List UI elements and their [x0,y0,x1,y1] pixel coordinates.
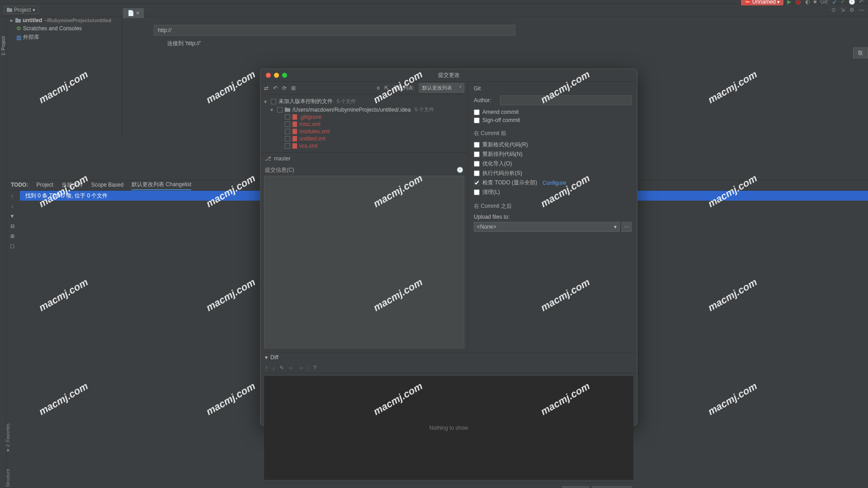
collapse-icon[interactable]: ⇲ [840,7,845,13]
analysis-checkbox[interactable] [474,170,480,176]
external-libs-node[interactable]: ▥ 外部库 [6,33,122,42]
filter-icon[interactable]: ▼ [9,213,16,221]
file-node[interactable]: misc.xml [264,121,464,128]
edit-icon[interactable]: ✎ [279,365,284,371]
changes-tree: ▾ 未加入版本控制的文件 5 个文件 ▾ /Users/macdown/Ruby… [260,94,468,152]
history-icon[interactable]: 🕘 [457,167,463,173]
run-icon[interactable]: ▶ [787,0,791,5]
chevron-down-icon: ▾ [614,224,617,230]
cancel-side-button[interactable]: 取 [853,47,868,58]
todo-checkbox[interactable] [474,180,480,186]
project-root[interactable]: ▸ untitled ~/RubymineProjects/untitled [6,16,122,24]
next-todo-icon[interactable]: ↓ [9,203,16,211]
git-history-icon[interactable]: 🕘 [849,0,855,5]
watermark: macmj.com [37,380,90,418]
folder-node[interactable]: ▾ /Users/macdown/RubymineProjects/untitl… [264,106,464,113]
checkbox[interactable] [271,99,276,104]
git-commit-icon[interactable]: ✓ [840,0,845,5]
git-revert-icon[interactable]: ↶ [859,0,863,5]
url-input[interactable] [154,25,515,36]
cleanup-checkbox[interactable] [474,189,480,195]
cancel-button[interactable]: 取消 [562,486,589,488]
configure-link[interactable]: Configure [542,180,566,186]
project-tool-tab[interactable]: 1: Project [1,36,6,55]
editor-tab[interactable]: 📄× [123,8,144,18]
author-input[interactable] [500,95,632,105]
branch-icon: ⎇ [265,155,271,162]
close-tab-icon[interactable]: × [136,10,139,16]
upload-target-dropdown[interactable]: <None>▾ [474,222,620,232]
refresh-icon[interactable]: ⟳ [282,85,287,91]
minimize-icon[interactable]: — [859,7,864,13]
locate-icon[interactable]: ⊙ [831,7,836,13]
prev-file-icon[interactable]: ← [288,365,294,371]
prev-todo-icon[interactable]: ↑ [9,193,16,201]
chevron-down-icon[interactable]: ▾ [264,99,269,105]
checkbox[interactable] [285,114,290,120]
favorites-tool-tab[interactable]: ★ 2: Favorites [5,423,10,452]
chevron-down-icon[interactable]: ▾ [265,354,268,361]
close-window-button[interactable] [266,73,271,78]
file-node[interactable]: modules.xml [264,128,464,135]
checkbox[interactable] [285,129,290,134]
amend-checkbox[interactable] [474,109,480,115]
checkbox[interactable] [285,122,290,127]
file-node[interactable]: untitled.iml [264,135,464,142]
expand-all-icon[interactable]: ≡ [377,85,380,91]
optimize-checkbox[interactable] [474,161,480,167]
debug-icon[interactable]: 🐞 [795,0,802,5]
collapse-all-icon[interactable]: ⇱ [384,85,389,91]
changelist-dropdown[interactable]: 默认更改列表 [419,83,464,93]
run-config-dropdown[interactable]: ⛔ Unnamed ▾ [741,0,783,5]
commit-button[interactable]: Commit [592,486,632,488]
commit-message-label: 提交信息(C) [265,166,294,174]
dialog-titlebar: 提交更改 [260,69,637,82]
settings-icon[interactable]: ⚙ [849,7,854,13]
todo-tab-project[interactable]: Project [36,182,53,189]
branch-indicator[interactable]: ⎇ master [260,152,468,164]
signoff-checkbox[interactable] [474,117,480,123]
show-diff-icon[interactable]: ⇄ [264,85,269,91]
diff-help-icon[interactable]: ? [313,365,316,371]
expand-icon[interactable]: ▢ [9,243,16,250]
watermark: macmj.com [706,380,760,418]
author-label: Author: [474,97,496,103]
zoom-window-button[interactable] [282,73,287,78]
scratches-node[interactable]: ⚙ Scratches and Consoles [6,24,122,33]
todo-tab-changelist[interactable]: 默认更改列表 Changelist [132,181,191,190]
prev-diff-icon[interactable]: ↑ [265,365,268,371]
minimize-window-button[interactable] [274,73,279,78]
file-node[interactable]: vcs.xml [264,142,464,150]
checkbox[interactable] [285,136,290,141]
coverage-icon[interactable]: ◐ [805,0,810,5]
folder-icon [7,8,12,12]
revert-icon[interactable]: ↶ [273,85,278,91]
stop-icon[interactable]: ■ [813,0,816,5]
next-file-icon[interactable]: → [298,365,304,371]
file-icon [292,114,297,120]
checkbox[interactable] [285,143,290,149]
structure-tool-tab[interactable]: ⌬ 7: Structure [5,469,10,488]
group-icon[interactable]: ⊞ [9,233,16,240]
project-view-selector[interactable]: Project ▾ [4,6,38,14]
rearrange-checkbox[interactable] [474,151,480,157]
watermark: macmj.com [204,380,258,418]
next-diff-icon[interactable]: ↓ [272,365,275,371]
project-tree-panel: ▸ untitled ~/RubymineProjects/untitled ⚙… [6,16,122,137]
watermark: macmj.com [706,68,760,106]
git-update-icon[interactable]: ↙ [832,0,837,5]
unversioned-files-node[interactable]: ▾ 未加入版本控制的文件 5 个文件 [264,97,464,106]
todo-tab-scope[interactable]: Scope Based [91,182,123,189]
left-tool-strip: 1: Project [0,16,6,488]
upload-browse-button[interactable]: … [622,222,632,232]
commit-message-input[interactable] [264,176,464,348]
reformat-checkbox[interactable] [474,142,480,148]
todo-tab-current[interactable]: 当前文件 [61,181,83,190]
after-commit-header: 在 Commit 之后 [474,202,632,210]
group-by-icon[interactable]: ⊞ [291,85,296,91]
chevron-down-icon[interactable]: ▾ [270,107,275,113]
scratches-icon: ⚙ [16,25,21,32]
expand-arrow-icon[interactable]: ▸ [10,17,14,23]
checkbox[interactable] [277,107,283,113]
file-node[interactable]: .gitignore [264,113,464,121]
